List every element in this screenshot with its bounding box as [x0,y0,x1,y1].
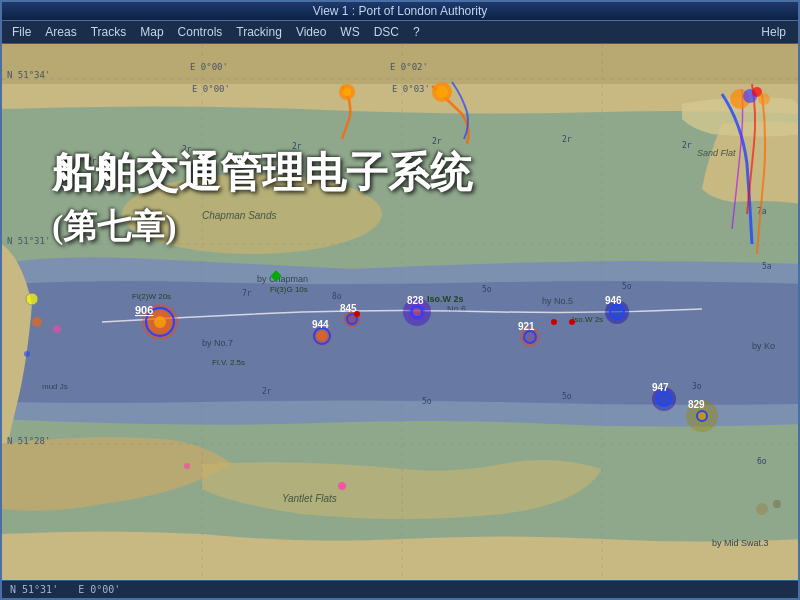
svg-point-84 [53,325,61,333]
svg-text:N 51°28': N 51°28' [7,436,50,446]
svg-point-71 [569,319,575,325]
svg-point-47 [142,304,178,340]
svg-point-72 [652,387,676,411]
status-coord-left: N 51°31' [10,584,58,595]
menu-dsc[interactable]: DSC [368,23,405,41]
svg-rect-0 [2,44,798,580]
menu-bar: File Areas Tracks Map Controls Tracking … [2,21,798,44]
svg-rect-2 [2,44,798,84]
svg-text:7r: 7r [242,289,252,298]
svg-point-3 [122,174,382,254]
menu-tracks[interactable]: Tracks [85,23,133,41]
svg-text:Fl(3)G 10s: Fl(3)G 10s [270,285,308,294]
menu-help-q[interactable]: ? [407,23,426,41]
svg-text:E 0°03': E 0°03' [392,84,430,94]
svg-point-68 [605,300,629,324]
svg-text:by No.7: by No.7 [202,338,233,348]
menu-tracking[interactable]: Tracking [230,23,288,41]
svg-point-48 [148,310,172,334]
svg-text:2r: 2r [262,387,272,396]
svg-text:by Chapman: by Chapman [257,274,308,284]
svg-text:2r: 2r [562,135,572,144]
svg-point-75 [686,400,718,432]
svg-point-77 [697,411,707,421]
svg-point-59 [354,311,360,317]
menu-ws[interactable]: WS [334,23,365,41]
svg-point-83 [32,317,42,327]
svg-text:5a: 5a [762,262,772,271]
svg-point-94 [339,84,355,100]
menu-video[interactable]: Video [290,23,332,41]
svg-text:7a: 7a [757,207,767,216]
svg-point-52 [312,326,332,346]
svg-text:5o: 5o [562,392,572,401]
svg-text:E 0°00': E 0°00' [190,62,228,72]
svg-point-67 [551,319,557,325]
svg-text:2r: 2r [432,137,442,146]
svg-text:Fl(2)W 20s: Fl(2)W 20s [132,292,171,301]
svg-text:2r: 2r [292,142,302,151]
title-bar: View 1 : Port of London Authority [2,2,798,21]
svg-point-65 [524,331,536,343]
status-coord-right: E 0°00' [78,584,120,595]
svg-text:845: 845 [340,303,357,314]
svg-text:hy No.5: hy No.5 [542,296,573,306]
svg-text:by Ko: by Ko [752,341,775,351]
svg-point-88 [730,89,750,109]
map-container[interactable]: N 51°34' N 51°31' N 51°28' E 0°00' E 0°0… [2,44,798,580]
svg-point-76 [694,408,710,424]
svg-text:Iso.W 2s: Iso.W 2s [572,315,603,324]
svg-point-57 [347,314,357,324]
svg-point-56 [344,311,360,327]
svg-text:Yantlet Flats: Yantlet Flats [282,493,337,504]
svg-rect-86 [270,270,281,281]
svg-point-90 [752,87,762,97]
menu-map[interactable]: Map [134,23,169,41]
svg-point-60 [403,298,431,326]
svg-point-93 [436,86,448,98]
svg-text:Sand Flat: Sand Flat [697,148,736,158]
svg-text:N 51°31': N 51°31' [7,236,50,246]
svg-text:Iso.W 2s: Iso.W 2s [427,294,464,304]
svg-text:6o: 6o [757,457,767,466]
svg-text:828: 828 [407,295,424,306]
svg-text:N 51°34': N 51°34' [7,70,50,80]
svg-text:829: 829 [688,399,705,410]
svg-text:8o: 8o [332,292,342,301]
help-button[interactable]: Help [753,23,794,41]
svg-text:3o: 3o [692,382,702,391]
overlay-title: 船舶交通管理电子系统 (第七章) [52,144,472,250]
title-text: View 1 : Port of London Authority [10,4,790,18]
svg-point-91 [758,93,770,105]
svg-text:5o: 5o [482,285,492,294]
svg-point-64 [520,327,540,347]
svg-text:2r: 2r [682,141,692,150]
status-bar: N 51°31' E 0°00' [2,580,798,598]
overlay-line1: 船舶交通管理电子系统 [52,150,472,196]
svg-text:921: 921 [518,321,535,332]
svg-point-69 [610,305,624,319]
svg-point-73 [657,392,671,406]
svg-point-92 [432,82,452,102]
svg-point-80 [184,463,190,469]
svg-text:E 0°00': E 0°00' [192,84,230,94]
svg-text:946: 946 [605,295,622,306]
overlay-line2: (第七章) [52,203,472,251]
menu-controls[interactable]: Controls [172,23,229,41]
svg-text:by Mid Swat.3: by Mid Swat.3 [712,538,769,548]
main-window: View 1 : Port of London Authority File A… [0,0,800,600]
svg-text:944: 944 [312,319,329,330]
svg-text:Chapman Sands: Chapman Sands [202,210,277,221]
svg-point-87 [26,293,38,305]
svg-text:2r: 2r [182,145,192,154]
svg-point-81 [756,503,768,515]
svg-text:mud Js: mud Js [42,382,68,391]
svg-text:E 0°02': E 0°02' [390,62,428,72]
svg-point-82 [773,500,781,508]
menu-areas[interactable]: Areas [39,23,82,41]
svg-point-95 [343,88,351,96]
menu-file[interactable]: File [6,23,37,41]
svg-point-79 [338,482,346,490]
svg-text:Fl.V. 2.5s: Fl.V. 2.5s [212,358,245,367]
svg-text:947: 947 [652,382,669,393]
